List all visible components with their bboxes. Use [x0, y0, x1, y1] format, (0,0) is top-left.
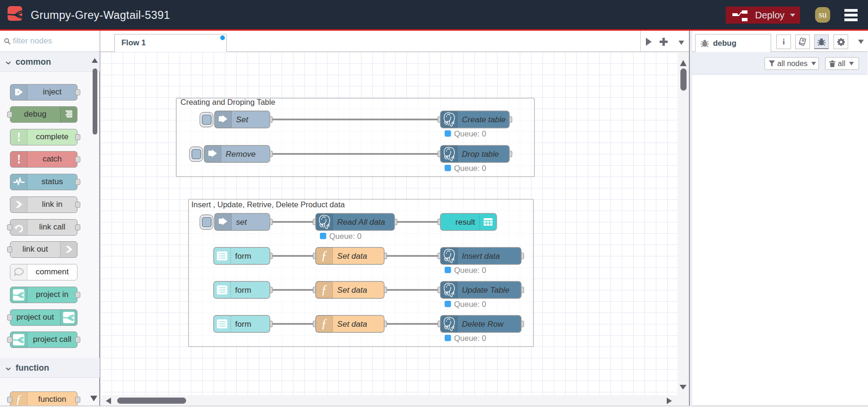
- svg-text:Set data: Set data: [337, 320, 367, 329]
- svg-text:Delete Row: Delete Row: [462, 320, 505, 329]
- svg-text:Queue: 0: Queue: 0: [454, 164, 486, 172]
- svg-text:Queue: 0: Queue: 0: [454, 266, 486, 274]
- svg-text:Insert , Update, Retrive, Dele: Insert , Update, Retrive, Delete Product…: [191, 200, 345, 209]
- svg-text:form: form: [235, 320, 251, 329]
- svg-text:Set: Set: [236, 115, 249, 124]
- svg-text:Set data: Set data: [337, 252, 367, 261]
- svg-text:Queue: 0: Queue: 0: [454, 334, 486, 342]
- svg-text:ƒ: ƒ: [321, 316, 327, 331]
- svg-text:Create table: Create table: [462, 115, 506, 124]
- svg-text:Drop table: Drop table: [462, 150, 499, 159]
- svg-text:result: result: [455, 218, 475, 227]
- svg-text:Set data: Set data: [337, 286, 367, 295]
- svg-text:ƒ: ƒ: [321, 248, 327, 263]
- svg-text:Creating and Droping Table: Creating and Droping Table: [180, 98, 275, 106]
- svg-text:Insert data: Insert data: [462, 252, 500, 261]
- svg-text:Queue: 0: Queue: 0: [329, 232, 361, 240]
- svg-text:Queue: 0: Queue: 0: [454, 300, 486, 308]
- svg-text:Remove: Remove: [226, 150, 256, 159]
- svg-text:form: form: [235, 252, 251, 261]
- svg-text:form: form: [235, 286, 251, 295]
- svg-text:Queue: 0: Queue: 0: [454, 129, 486, 138]
- svg-text:ƒ: ƒ: [321, 282, 327, 297]
- svg-text:set: set: [236, 218, 248, 227]
- svg-text:Read All data: Read All data: [337, 218, 385, 227]
- svg-text:Update Table: Update Table: [462, 286, 510, 295]
